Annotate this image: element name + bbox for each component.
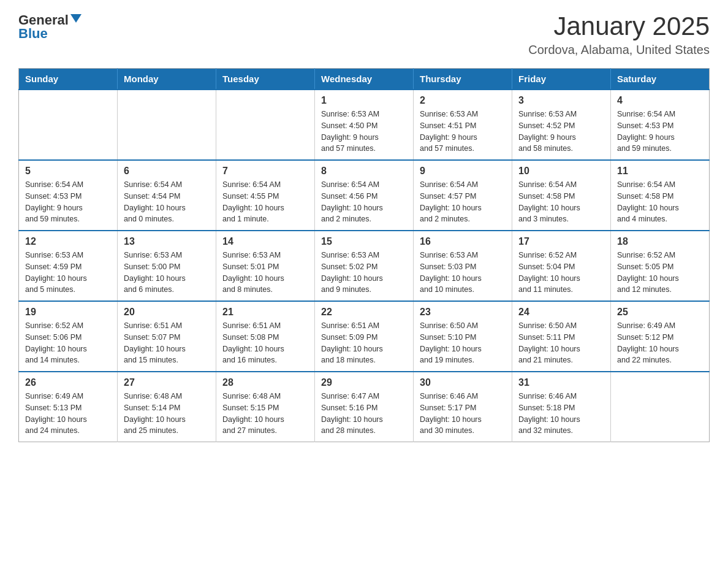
day-info: Sunrise: 6:48 AMSunset: 5:15 PMDaylight:… xyxy=(222,391,308,437)
weekday-header-wednesday: Wednesday xyxy=(315,69,414,90)
day-number: 22 xyxy=(321,307,407,318)
weekday-header-sunday: Sunday xyxy=(19,69,118,90)
day-number: 11 xyxy=(617,166,703,177)
calendar-cell: 27Sunrise: 6:48 AMSunset: 5:14 PMDayligh… xyxy=(118,372,216,442)
day-number: 1 xyxy=(321,95,407,106)
logo[interactable]: General Blue xyxy=(18,12,82,42)
day-number: 23 xyxy=(420,307,506,318)
day-info: Sunrise: 6:46 AMSunset: 5:17 PMDaylight:… xyxy=(420,391,506,437)
page-header: General Blue January 2025 Cordova, Alaba… xyxy=(18,12,710,57)
logo-blue: Blue xyxy=(18,26,48,42)
title-block: January 2025 Cordova, Alabama, United St… xyxy=(528,12,710,57)
day-number: 15 xyxy=(321,236,407,247)
day-number: 19 xyxy=(25,307,111,318)
day-number: 17 xyxy=(518,236,604,247)
calendar-week-row: 26Sunrise: 6:49 AMSunset: 5:13 PMDayligh… xyxy=(19,372,710,442)
day-number: 29 xyxy=(321,377,407,388)
calendar-cell: 10Sunrise: 6:54 AMSunset: 4:58 PMDayligh… xyxy=(512,160,611,231)
calendar-cell: 23Sunrise: 6:50 AMSunset: 5:10 PMDayligh… xyxy=(414,301,512,372)
day-number: 12 xyxy=(25,236,111,247)
day-info: Sunrise: 6:48 AMSunset: 5:14 PMDaylight:… xyxy=(124,391,210,437)
weekday-header-thursday: Thursday xyxy=(414,69,512,90)
day-info: Sunrise: 6:46 AMSunset: 5:18 PMDaylight:… xyxy=(518,391,604,437)
day-number: 27 xyxy=(124,377,210,388)
calendar-cell: 2Sunrise: 6:53 AMSunset: 4:51 PMDaylight… xyxy=(414,90,512,160)
calendar-table: SundayMondayTuesdayWednesdayThursdayFrid… xyxy=(18,68,710,442)
day-number: 7 xyxy=(222,166,308,177)
calendar-cell: 9Sunrise: 6:54 AMSunset: 4:57 PMDaylight… xyxy=(414,160,512,231)
day-number: 5 xyxy=(25,166,111,177)
calendar-week-row: 1Sunrise: 6:53 AMSunset: 4:50 PMDaylight… xyxy=(19,90,710,160)
calendar-cell: 12Sunrise: 6:53 AMSunset: 4:59 PMDayligh… xyxy=(19,231,118,301)
svg-marker-0 xyxy=(70,14,82,23)
calendar-cell: 11Sunrise: 6:54 AMSunset: 4:58 PMDayligh… xyxy=(611,160,710,231)
weekday-header-friday: Friday xyxy=(512,69,611,90)
day-info: Sunrise: 6:54 AMSunset: 4:53 PMDaylight:… xyxy=(617,109,703,155)
calendar-cell: 17Sunrise: 6:52 AMSunset: 5:04 PMDayligh… xyxy=(512,231,611,301)
day-number: 10 xyxy=(518,166,604,177)
calendar-cell: 13Sunrise: 6:53 AMSunset: 5:00 PMDayligh… xyxy=(118,231,216,301)
day-number: 30 xyxy=(420,377,506,388)
calendar-cell: 29Sunrise: 6:47 AMSunset: 5:16 PMDayligh… xyxy=(315,372,414,442)
calendar-cell: 26Sunrise: 6:49 AMSunset: 5:13 PMDayligh… xyxy=(19,372,118,442)
page-title: January 2025 xyxy=(528,12,710,40)
calendar-cell: 31Sunrise: 6:46 AMSunset: 5:18 PMDayligh… xyxy=(512,372,611,442)
logo-arrow-icon xyxy=(70,14,82,25)
day-info: Sunrise: 6:53 AMSunset: 5:03 PMDaylight:… xyxy=(420,250,506,296)
day-info: Sunrise: 6:53 AMSunset: 4:51 PMDaylight:… xyxy=(420,109,506,155)
day-number: 20 xyxy=(124,307,210,318)
day-number: 16 xyxy=(420,236,506,247)
day-info: Sunrise: 6:52 AMSunset: 5:04 PMDaylight:… xyxy=(518,250,604,296)
day-info: Sunrise: 6:54 AMSunset: 4:53 PMDaylight:… xyxy=(25,179,111,225)
day-number: 25 xyxy=(617,307,703,318)
calendar-cell: 22Sunrise: 6:51 AMSunset: 5:09 PMDayligh… xyxy=(315,301,414,372)
day-info: Sunrise: 6:52 AMSunset: 5:05 PMDaylight:… xyxy=(617,250,703,296)
day-number: 8 xyxy=(321,166,407,177)
day-info: Sunrise: 6:53 AMSunset: 5:01 PMDaylight:… xyxy=(222,250,308,296)
day-number: 6 xyxy=(124,166,210,177)
calendar-cell: 6Sunrise: 6:54 AMSunset: 4:54 PMDaylight… xyxy=(118,160,216,231)
day-number: 14 xyxy=(222,236,308,247)
day-number: 9 xyxy=(420,166,506,177)
calendar-week-row: 5Sunrise: 6:54 AMSunset: 4:53 PMDaylight… xyxy=(19,160,710,231)
calendar-cell: 5Sunrise: 6:54 AMSunset: 4:53 PMDaylight… xyxy=(19,160,118,231)
day-info: Sunrise: 6:54 AMSunset: 4:56 PMDaylight:… xyxy=(321,179,407,225)
calendar-cell: 24Sunrise: 6:50 AMSunset: 5:11 PMDayligh… xyxy=(512,301,611,372)
day-info: Sunrise: 6:54 AMSunset: 4:58 PMDaylight:… xyxy=(617,179,703,225)
weekday-header-row: SundayMondayTuesdayWednesdayThursdayFrid… xyxy=(19,69,710,90)
calendar-cell: 15Sunrise: 6:53 AMSunset: 5:02 PMDayligh… xyxy=(315,231,414,301)
day-info: Sunrise: 6:51 AMSunset: 5:07 PMDaylight:… xyxy=(124,320,210,366)
day-number: 4 xyxy=(617,95,703,106)
calendar-cell: 8Sunrise: 6:54 AMSunset: 4:56 PMDaylight… xyxy=(315,160,414,231)
day-info: Sunrise: 6:53 AMSunset: 4:52 PMDaylight:… xyxy=(518,109,604,155)
day-info: Sunrise: 6:51 AMSunset: 5:08 PMDaylight:… xyxy=(222,320,308,366)
calendar-cell: 7Sunrise: 6:54 AMSunset: 4:55 PMDaylight… xyxy=(216,160,315,231)
day-number: 2 xyxy=(420,95,506,106)
calendar-cell: 1Sunrise: 6:53 AMSunset: 4:50 PMDaylight… xyxy=(315,90,414,160)
day-info: Sunrise: 6:51 AMSunset: 5:09 PMDaylight:… xyxy=(321,320,407,366)
day-number: 26 xyxy=(25,377,111,388)
calendar-cell: 28Sunrise: 6:48 AMSunset: 5:15 PMDayligh… xyxy=(216,372,315,442)
day-info: Sunrise: 6:50 AMSunset: 5:10 PMDaylight:… xyxy=(420,320,506,366)
day-number: 28 xyxy=(222,377,308,388)
day-number: 13 xyxy=(124,236,210,247)
day-info: Sunrise: 6:54 AMSunset: 4:58 PMDaylight:… xyxy=(518,179,604,225)
calendar-cell xyxy=(19,90,118,160)
day-info: Sunrise: 6:53 AMSunset: 5:02 PMDaylight:… xyxy=(321,250,407,296)
day-info: Sunrise: 6:54 AMSunset: 4:54 PMDaylight:… xyxy=(124,179,210,225)
calendar-cell xyxy=(216,90,315,160)
day-number: 24 xyxy=(518,307,604,318)
day-info: Sunrise: 6:47 AMSunset: 5:16 PMDaylight:… xyxy=(321,391,407,437)
calendar-week-row: 12Sunrise: 6:53 AMSunset: 4:59 PMDayligh… xyxy=(19,231,710,301)
calendar-cell: 3Sunrise: 6:53 AMSunset: 4:52 PMDaylight… xyxy=(512,90,611,160)
day-info: Sunrise: 6:54 AMSunset: 4:57 PMDaylight:… xyxy=(420,179,506,225)
day-info: Sunrise: 6:53 AMSunset: 4:59 PMDaylight:… xyxy=(25,250,111,296)
calendar-cell xyxy=(611,372,710,442)
calendar-cell: 20Sunrise: 6:51 AMSunset: 5:07 PMDayligh… xyxy=(118,301,216,372)
calendar-cell xyxy=(118,90,216,160)
weekday-header-monday: Monday xyxy=(118,69,216,90)
calendar-cell: 30Sunrise: 6:46 AMSunset: 5:17 PMDayligh… xyxy=(414,372,512,442)
day-info: Sunrise: 6:53 AMSunset: 5:00 PMDaylight:… xyxy=(124,250,210,296)
day-number: 3 xyxy=(518,95,604,106)
calendar-cell: 18Sunrise: 6:52 AMSunset: 5:05 PMDayligh… xyxy=(611,231,710,301)
